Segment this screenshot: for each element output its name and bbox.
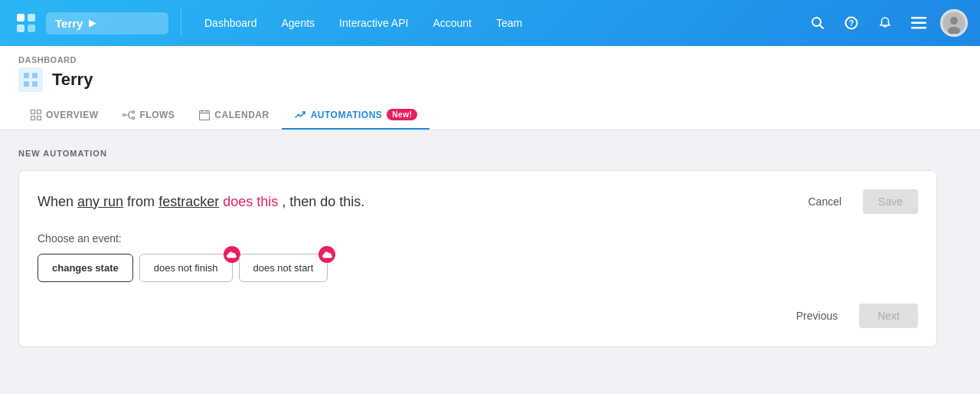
- next-button[interactable]: Next: [859, 304, 918, 328]
- tab-overview[interactable]: OVERVIEW: [18, 102, 110, 130]
- save-button[interactable]: Save: [863, 189, 918, 214]
- choose-event-label: Choose an event:: [38, 232, 918, 245]
- sentence-then-do-this: , then do this.: [282, 194, 364, 209]
- svg-rect-16: [24, 81, 29, 87]
- notifications-button[interactable]: [873, 11, 897, 35]
- menu-icon: [911, 17, 926, 29]
- sentence-when: When: [38, 194, 74, 209]
- sentence-from: from: [127, 194, 155, 209]
- event-option-changes-state[interactable]: changes state: [38, 254, 133, 282]
- grid-icon: [23, 72, 38, 87]
- nav-link-dashboard[interactable]: Dashboard: [194, 11, 268, 35]
- tab-automations[interactable]: AUTOMATIONS New!: [282, 101, 430, 130]
- new-badge: New!: [387, 109, 417, 120]
- sentence-row: When any run from festracker does this ,…: [38, 189, 918, 214]
- svg-line-5: [820, 25, 824, 29]
- svg-rect-8: [911, 17, 926, 19]
- automation-sentence: When any run from festracker does this ,…: [38, 192, 364, 212]
- svg-rect-20: [31, 116, 35, 120]
- event-option-does-not-finish-wrap: does not finish: [139, 254, 233, 282]
- nav-links: Dashboard Agents Interactive API Account…: [194, 11, 805, 35]
- tab-flows-label: FLOWS: [139, 110, 175, 120]
- svg-rect-10: [911, 27, 926, 29]
- bell-icon: [878, 16, 892, 30]
- bottom-nav: Previous Next: [38, 304, 918, 328]
- nav-link-agents[interactable]: Agents: [271, 11, 326, 35]
- event-option-does-not-start-wrap: does not start: [239, 254, 328, 282]
- tab-calendar-label: CALENDAR: [214, 110, 269, 120]
- chevron-right-icon: ▶: [89, 18, 96, 28]
- svg-rect-14: [24, 73, 29, 78]
- event-option-changes-state-wrap: changes state: [38, 254, 133, 282]
- sentence-does-this: does this: [223, 194, 278, 209]
- search-icon: [811, 16, 825, 30]
- nav-divider: [181, 9, 181, 37]
- menu-button[interactable]: [906, 11, 931, 35]
- svg-text:?: ?: [849, 18, 854, 28]
- cancel-button[interactable]: Cancel: [795, 189, 854, 214]
- svg-point-12: [950, 17, 958, 25]
- event-options: changes state does not finish does not s…: [38, 254, 918, 282]
- user-avatar[interactable]: [940, 9, 968, 37]
- card-actions: Cancel Save: [795, 189, 918, 214]
- avatar-icon: [943, 12, 965, 34]
- svg-rect-18: [31, 110, 35, 113]
- page-title: Terry: [52, 70, 93, 90]
- nav-link-account[interactable]: Account: [422, 11, 482, 35]
- nav-link-team[interactable]: Team: [485, 11, 533, 35]
- workspace-name: Terry: [55, 17, 83, 30]
- help-icon: ?: [844, 16, 858, 30]
- automations-icon: [294, 110, 306, 120]
- sentence-any-run: any run: [77, 194, 123, 209]
- svg-rect-2: [17, 25, 24, 32]
- page-header: DASHBOARD Terry OVERVIEW: [0, 46, 980, 130]
- page-title-icon: [18, 67, 43, 92]
- section-label: NEW AUTOMATION: [18, 149, 962, 158]
- breadcrumb: DASHBOARD: [18, 55, 962, 64]
- overview-icon: [31, 110, 41, 120]
- main-content: NEW AUTOMATION When any run from festrac…: [0, 130, 980, 366]
- event-option-does-not-finish[interactable]: does not finish: [139, 254, 233, 282]
- svg-rect-15: [32, 73, 38, 78]
- tab-automations-label: AUTOMATIONS: [311, 110, 383, 120]
- page-title-row: Terry: [18, 67, 962, 92]
- svg-rect-1: [28, 14, 35, 21]
- cloud-icon-1: [227, 251, 237, 258]
- nav-actions: ?: [805, 9, 968, 37]
- cloud-badge-1: [224, 246, 240, 263]
- svg-point-23: [132, 110, 135, 113]
- tab-bar: OVERVIEW FLOWS CALENDAR: [18, 101, 962, 130]
- cloud-badge-2: [318, 246, 335, 263]
- svg-point-22: [123, 113, 126, 116]
- tab-flows[interactable]: FLOWS: [110, 102, 187, 130]
- svg-rect-9: [911, 22, 926, 25]
- tab-calendar[interactable]: CALENDAR: [187, 102, 281, 130]
- svg-rect-17: [32, 81, 38, 87]
- help-button[interactable]: ?: [839, 11, 864, 35]
- svg-rect-25: [200, 110, 210, 120]
- logo: [12, 9, 40, 37]
- search-button[interactable]: [805, 11, 830, 35]
- calendar-icon: [199, 110, 210, 120]
- svg-point-24: [132, 117, 135, 119]
- nav-link-interactive-api[interactable]: Interactive API: [328, 11, 419, 35]
- previous-button[interactable]: Previous: [784, 304, 850, 328]
- svg-rect-21: [38, 116, 41, 120]
- automation-card: When any run from festracker does this ,…: [18, 170, 937, 347]
- workspace-selector[interactable]: Terry ▶: [46, 12, 168, 34]
- cloud-icon-2: [322, 251, 332, 258]
- sentence-festracker: festracker: [158, 194, 219, 209]
- tab-overview-label: OVERVIEW: [46, 110, 98, 120]
- event-option-does-not-start[interactable]: does not start: [239, 254, 328, 282]
- svg-rect-0: [17, 14, 24, 21]
- flows-icon: [122, 110, 135, 120]
- top-nav: Terry ▶ Dashboard Agents Interactive API…: [0, 0, 980, 46]
- svg-rect-3: [28, 25, 35, 32]
- svg-rect-19: [38, 110, 41, 113]
